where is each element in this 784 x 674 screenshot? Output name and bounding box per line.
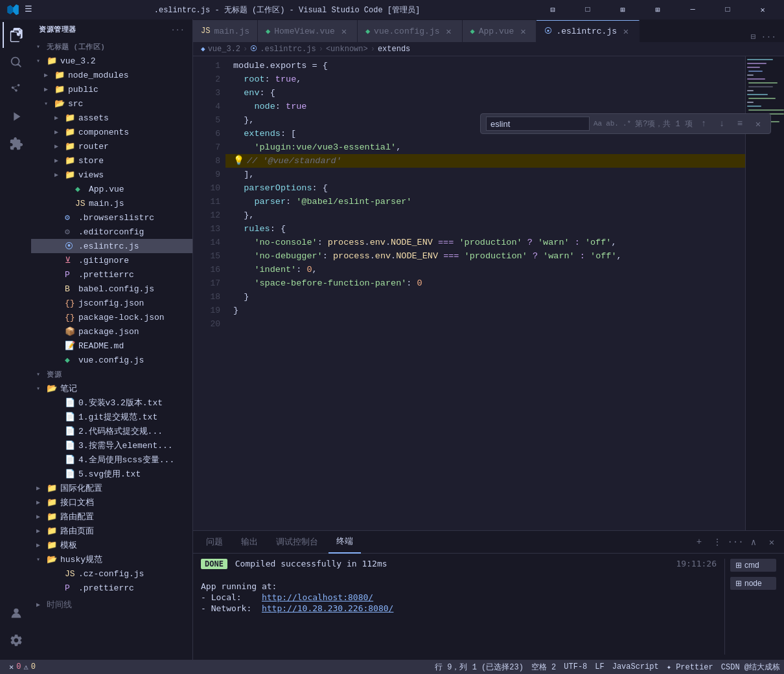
sidebar-item-components[interactable]: ▶ 📁 components — [31, 125, 192, 139]
sidebar-item-babel[interactable]: B babel.config.js — [31, 282, 192, 296]
run-icon[interactable] — [3, 104, 29, 129]
sidebar-item-prettierrc[interactable]: P .prettierrc — [31, 267, 192, 282]
cmd-button[interactable]: ⊞ cmd — [730, 559, 776, 572]
sidebar-item-src[interactable]: ▾ 📂 src — [31, 96, 192, 111]
status-language[interactable]: JavaScript — [608, 660, 663, 674]
status-position[interactable]: 行 9，列 1 (已选择23) — [431, 660, 527, 674]
search-activity-icon[interactable] — [3, 49, 29, 75]
panel-btn[interactable]: ⊞ — [608, 0, 638, 19]
sidebar-item-vue-project[interactable]: ▾ 📁 vue_3.2 — [31, 54, 192, 68]
local-url[interactable]: http://localhost:8080/ — [262, 592, 373, 602]
layout-btn[interactable]: □ — [573, 0, 603, 19]
sidebar-item-editorconfig[interactable]: ⚙ .editorconfig — [31, 225, 192, 239]
grid-btn[interactable]: ⊞ — [643, 0, 673, 19]
notes-item-1[interactable]: 📄 1.git提交规范.txt — [31, 410, 192, 424]
panel-tab-problems[interactable]: 问题 — [198, 531, 231, 554]
sidebar-item-workspace[interactable]: ▾ 无标题 (工作区) — [31, 39, 192, 54]
find-close-btn[interactable]: ✕ — [751, 117, 765, 131]
split-terminal-btn[interactable]: ⋮ — [710, 535, 724, 549]
extensions-icon[interactable] — [3, 131, 29, 157]
sidebar-item-store[interactable]: ▶ 📁 store — [31, 153, 192, 168]
panel-tab-terminal[interactable]: 终端 — [329, 531, 361, 554]
explorer-icon[interactable] — [3, 22, 29, 48]
status-errors[interactable]: ✕ 0 ⚠ 0 — [5, 660, 40, 674]
close-panel-btn[interactable]: ✕ — [765, 535, 779, 549]
sidebar-item-husky[interactable]: ▾ 📂 husky规范 — [31, 552, 192, 567]
tab-close-btn2[interactable]: ✕ — [444, 26, 454, 36]
tab-app-vue[interactable]: ◆ App.vue ✕ — [463, 20, 537, 42]
find-prev-btn[interactable]: ↑ — [697, 117, 711, 131]
sidebar-item-package-lock[interactable]: {} package-lock.json — [31, 310, 192, 324]
find-select-all-btn[interactable]: ≡ — [733, 117, 747, 131]
sidebar-item-package[interactable]: 📦 package.json — [31, 324, 192, 339]
find-match-case[interactable]: Aa — [594, 120, 602, 128]
tab-bar: JS main.js ◆ HomeView.vue ✕ ◆ vue.config… — [193, 19, 784, 42]
status-line-ending[interactable]: LF — [591, 660, 608, 674]
sidebar-item-readme[interactable]: 📝 README.md — [31, 339, 192, 353]
notes-item-0[interactable]: 📄 0.安装v3.2版本.txt — [31, 396, 192, 410]
git-icon[interactable] — [3, 76, 29, 102]
find-regex[interactable]: .* — [623, 120, 631, 128]
split-editor-btn[interactable]: ⊟ — [538, 0, 568, 19]
tab-eslintrc[interactable]: ⦿ .eslintrc.js ✕ — [536, 20, 640, 42]
sidebar-item-timeline[interactable]: ▶ 时间线 — [31, 598, 192, 612]
sidebar-item-prettierrc2[interactable]: P .prettierrc — [31, 581, 192, 595]
tab-main-js[interactable]: JS main.js — [193, 20, 258, 42]
sidebar-item-template[interactable]: ▶ 📁 模板 — [31, 538, 192, 552]
minimize-btn[interactable]: ─ — [678, 0, 708, 19]
notes-item-5[interactable]: 📄 5.svg使用.txt — [31, 467, 192, 481]
tab-close-btn4[interactable]: ✕ — [621, 27, 631, 37]
settings-icon[interactable] — [3, 627, 29, 653]
sidebar-item-jsconfig[interactable]: {} jsconfig.json — [31, 296, 192, 310]
split-editor-icon[interactable]: ⊟ — [748, 32, 759, 42]
more-icon[interactable]: ··· — [171, 26, 185, 34]
sidebar-item-notes[interactable]: ▾ 📂 笔记 — [31, 381, 192, 396]
sidebar-item-node-modules[interactable]: ▶ 📁 node_modules — [31, 68, 192, 82]
sidebar-item-eslintrc[interactable]: ⦿ .eslintrc.js — [31, 239, 192, 253]
sidebar-item-vue-config[interactable]: ◆ vue.config.js — [31, 353, 192, 367]
tab-homeview[interactable]: ◆ HomeView.vue ✕ — [258, 20, 358, 42]
sidebar-item-public[interactable]: ▶ 📁 public — [31, 82, 192, 96]
breadcrumb-item-1[interactable]: .eslintrc.js — [260, 45, 316, 54]
find-whole-word[interactable]: ab. — [606, 120, 619, 128]
tab-close-btn[interactable]: ✕ — [339, 26, 349, 36]
add-terminal-btn[interactable]: + — [692, 535, 706, 549]
sidebar-item-gitignore[interactable]: ⊻ .gitignore — [31, 253, 192, 267]
sidebar-item-router-pages[interactable]: ▶ 📁 路由页面 — [31, 524, 192, 538]
sidebar-item-api[interactable]: ▶ 📁 接口文档 — [31, 495, 192, 510]
sidebar-item-views[interactable]: ▶ 📁 views — [31, 168, 192, 182]
breadcrumb-item-2[interactable]: <unknown> — [326, 45, 368, 54]
find-input[interactable] — [486, 117, 590, 131]
breadcrumb-item-3[interactable]: extends — [378, 45, 410, 54]
status-spaces[interactable]: 空格 2 — [527, 660, 560, 674]
sidebar-item-router-config[interactable]: ▶ 📁 路由配置 — [31, 510, 192, 524]
find-next-btn[interactable]: ↓ — [715, 117, 729, 131]
sidebar-item-i18n[interactable]: ▶ 📁 国际化配置 — [31, 481, 192, 495]
sidebar-item-browserslistrc[interactable]: ⚙ .browserslistrc — [31, 210, 192, 225]
tab-vue-config[interactable]: ◆ vue.config.js ✕ — [358, 20, 463, 42]
node-button[interactable]: ⊞ node — [730, 577, 776, 590]
sidebar-item-app-vue[interactable]: ◆ App.vue — [31, 182, 192, 196]
notes-item-3[interactable]: 📄 3.按需导入element... — [31, 438, 192, 453]
status-encoding[interactable]: UTF-8 — [560, 660, 591, 674]
maximize-panel-btn[interactable]: ∧ — [746, 535, 761, 549]
status-formatter[interactable]: ✦ Prettier — [663, 660, 717, 674]
breadcrumb-item-0[interactable]: vue_3.2 — [208, 45, 240, 54]
maximize-btn[interactable]: □ — [713, 0, 743, 19]
notes-item-4[interactable]: 📄 4.全局使用scss变量... — [31, 453, 192, 467]
close-btn[interactable]: ✕ — [748, 0, 778, 19]
sidebar-item-resources[interactable]: ▾ 资源 — [31, 367, 192, 381]
more-actions-btn[interactable]: ··· — [728, 535, 743, 549]
notes-item-2[interactable]: 📄 2.代码格式提交规... — [31, 424, 192, 438]
panel-tab-output[interactable]: 输出 — [233, 531, 266, 554]
panel-tab-debug[interactable]: 调试控制台 — [268, 531, 326, 554]
menu-icon[interactable]: ☰ — [25, 4, 36, 16]
network-url[interactable]: http://10.28.230.226:8080/ — [262, 603, 394, 613]
tab-close-btn3[interactable]: ✕ — [518, 26, 528, 36]
sidebar-item-cz-config[interactable]: JS .cz-config.js — [31, 567, 192, 581]
sidebar-item-router[interactable]: ▶ 📁 router — [31, 139, 192, 153]
account-icon[interactable] — [3, 600, 29, 626]
sidebar-item-main-js[interactable]: JS main.js — [31, 196, 192, 210]
sidebar-item-assets[interactable]: ▶ 📁 assets — [31, 111, 192, 125]
more-tabs-icon[interactable]: ··· — [759, 32, 779, 42]
